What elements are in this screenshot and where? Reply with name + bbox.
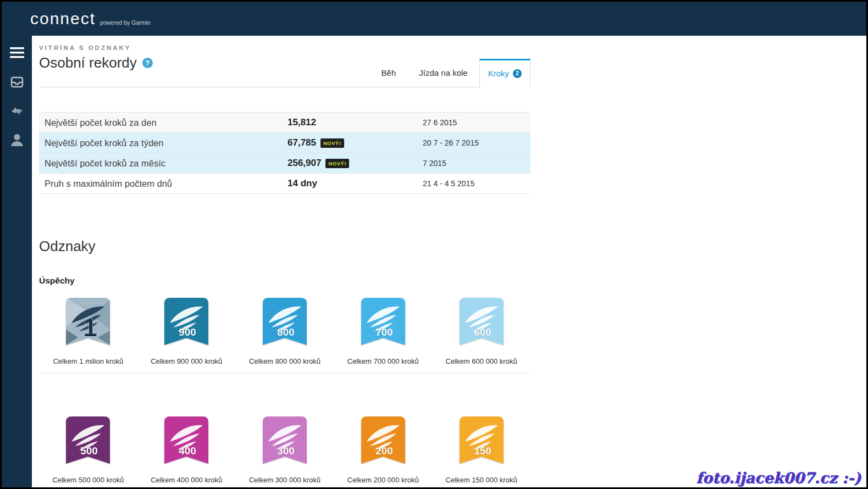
record-value: 256,907 NOVÝ! [288, 158, 423, 169]
svg-text:900: 900 [179, 326, 196, 338]
record-value-number: 14 dny [288, 178, 317, 189]
tab-kroky-label: Kroky [488, 60, 509, 87]
sidebar [2, 36, 32, 487]
main-content: VITRÍNA S ODZNAKY Osobní rekordy ? Běh J… [32, 36, 866, 487]
badge-label: Celkem 200 000 kroků [334, 476, 432, 489]
connect-logo: connect [30, 9, 96, 28]
badge-ribbon-icon: 1 [66, 298, 110, 345]
new-record-badge: NOVÝ! [320, 138, 344, 148]
badge-150000-steps[interactable]: 150 Celkem 150 000 kroků [432, 416, 530, 489]
badge-label: Celkem 700 000 kroků [334, 357, 432, 374]
badge-200000-steps[interactable]: 200 Celkem 200 000 kroků [334, 416, 432, 489]
transfer-arrows-icon[interactable] [9, 104, 25, 118]
photo-watermark: foto.ijacek007.cz :-) [696, 469, 861, 486]
badge-ribbon-icon: 800 [263, 298, 307, 345]
page-title: Osobní rekordy [39, 54, 137, 71]
svg-text:400: 400 [179, 445, 196, 457]
achievements-subtitle: Úspěchy [39, 276, 530, 286]
svg-text:600: 600 [474, 326, 491, 338]
badges-section-title: Odznaky [39, 238, 530, 255]
badge-300000-steps[interactable]: 300 Celkem 300 000 kroků [236, 416, 334, 489]
badge-label: Celkem 300 000 kroků [236, 476, 334, 489]
record-row-streak: Pruh s maximálním počtem dnů 14 dny 21 4… [39, 174, 530, 194]
badge-label: Celkem 150 000 kroků [432, 476, 530, 489]
record-row-steps-day: Největší počet kroků za den 15,812 27 6 … [39, 113, 530, 133]
badge-500000-steps[interactable]: 500 Celkem 500 000 kroků [39, 416, 137, 489]
badge-1-million-steps[interactable]: 1 Celkem 1 milion kroků [39, 298, 137, 374]
badge-ribbon-icon: 900 [164, 298, 208, 345]
help-icon[interactable]: ? [142, 58, 153, 68]
record-date: 27 6 2015 [423, 118, 530, 127]
activity-tabs: Běh Jízda na kole Kroky 2 [370, 59, 530, 87]
record-value-number: 256,907 [288, 158, 321, 169]
app-window: connect powered by Garmin VITRÍNA S ODZN… [0, 0, 868, 489]
badge-ribbon-icon: 200 [361, 416, 405, 464]
record-date: 21 4 - 4 5 2015 [423, 179, 530, 188]
badge-ribbon-icon: 150 [460, 416, 504, 464]
record-row-steps-month: Největší počet kroků za měsíc 256,907 NO… [39, 153, 530, 174]
record-label: Největší počet kroků za měsíc [45, 158, 288, 169]
record-value: 15,812 [288, 117, 423, 128]
badge-ribbon-icon: 500 [66, 416, 110, 464]
badge-600000-steps[interactable]: 600 Celkem 600 000 kroků [432, 298, 530, 374]
badge-grid: 1 Celkem 1 milion kroků 900 [39, 298, 530, 489]
badge-label: Celkem 400 000 kroků [137, 476, 236, 489]
badge-400000-steps[interactable]: 400 Celkem 400 000 kroků [137, 416, 236, 489]
badge-label: Celkem 500 000 kroků [39, 476, 137, 489]
inbox-icon[interactable] [9, 75, 25, 89]
tab-kroky[interactable]: Kroky 2 [479, 59, 530, 87]
badge-label: Celkem 1 milion kroků [39, 357, 137, 374]
badge-800000-steps[interactable]: 800 Celkem 800 000 kroků [236, 298, 334, 374]
badge-ribbon-icon: 300 [263, 416, 307, 464]
badge-ribbon-icon: 700 [361, 298, 405, 345]
badge-900000-steps[interactable]: 900 Celkem 900 000 kroků [137, 298, 236, 374]
badge-label: Celkem 600 000 kroků [432, 357, 530, 374]
record-row-steps-week: Největší počet kroků za týden 67,785 NOV… [39, 133, 530, 153]
record-date: 20 7 - 26 7 2015 [423, 138, 530, 147]
badge-label: Celkem 800 000 kroků [236, 357, 334, 374]
profile-icon[interactable] [9, 133, 25, 147]
personal-records-table: Největší počet kroků za den 15,812 27 6 … [39, 112, 530, 194]
badge-ribbon-icon: 400 [164, 416, 208, 464]
svg-text:700: 700 [375, 326, 393, 338]
badge-label: Celkem 900 000 kroků [137, 357, 236, 374]
badge-ribbon-icon: 600 [460, 298, 504, 345]
menu-icon[interactable] [9, 46, 25, 60]
record-label: Největší počet kroků za den [45, 118, 288, 128]
badge-700000-steps[interactable]: 700 Celkem 700 000 kroků [334, 298, 432, 374]
record-label: Největší počet kroků za týden [45, 138, 288, 148]
breadcrumb: VITRÍNA S ODZNAKY [39, 45, 530, 51]
svg-text:200: 200 [375, 445, 393, 457]
record-value: 14 dny [288, 178, 423, 189]
svg-text:500: 500 [81, 445, 98, 457]
new-record-badge: NOVÝ! [325, 159, 349, 168]
tab-beh[interactable]: Běh [370, 59, 408, 87]
svg-text:150: 150 [474, 445, 491, 457]
tab-jizda-na-kole[interactable]: Jízda na kole [407, 59, 479, 87]
record-value-number: 15,812 [288, 117, 316, 128]
title-bar: Osobní rekordy ? Běh Jízda na kole Kroky… [39, 54, 530, 87]
svg-text:800: 800 [277, 326, 295, 338]
powered-by-garmin-label: powered by Garmin [100, 19, 151, 26]
record-label: Pruh s maximálním počtem dnů [45, 179, 288, 189]
svg-text:1: 1 [84, 313, 98, 342]
top-bar: connect powered by Garmin [2, 2, 866, 36]
record-value-number: 67,785 [288, 137, 316, 148]
record-value: 67,785 NOVÝ! [288, 137, 423, 148]
record-date: 7 2015 [423, 159, 530, 168]
svg-text:300: 300 [277, 445, 295, 457]
tab-kroky-count-badge: 2 [513, 69, 522, 78]
